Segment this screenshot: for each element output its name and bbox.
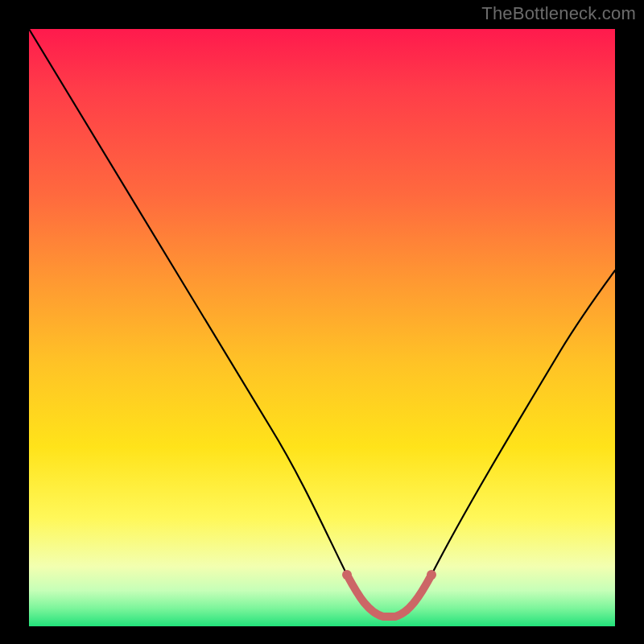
watermark-text: TheBottleneck.com [481, 3, 636, 24]
curve-svg [29, 29, 615, 626]
chart-frame: TheBottleneck.com [0, 0, 644, 644]
plot-area [29, 29, 615, 626]
highlight-start-dot [342, 570, 352, 580]
highlight-segment [347, 575, 431, 617]
highlight-end-dot [427, 570, 436, 580]
curve-path [29, 29, 615, 617]
